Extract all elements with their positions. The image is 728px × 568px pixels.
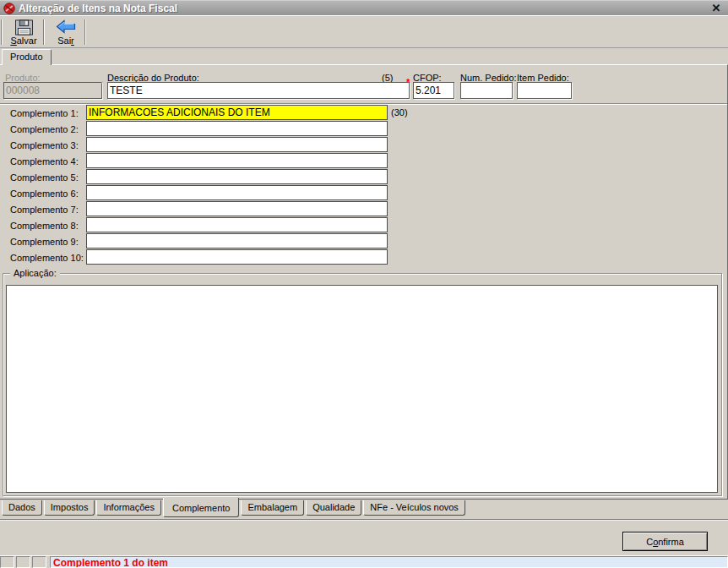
aplicacao-label: Aplicação: bbox=[10, 268, 60, 278]
exit-arrow-icon bbox=[56, 19, 76, 34]
save-button[interactable]: Salvar bbox=[5, 18, 42, 46]
bottom-tab-impostos[interactable]: Impostos bbox=[44, 500, 95, 516]
complemento-input-8[interactable] bbox=[86, 217, 388, 232]
complemento-input-2[interactable] bbox=[86, 121, 388, 136]
app-icon bbox=[3, 3, 15, 14]
complemento-input-10[interactable] bbox=[86, 249, 388, 265]
exit-button[interactable]: Sair bbox=[47, 18, 84, 46]
exit-label: Sair bbox=[57, 36, 74, 46]
complemento-rows: Complemento 1:Complemento 2:Complemento … bbox=[0, 105, 397, 265]
complemento-input-7[interactable] bbox=[86, 201, 388, 216]
descricao-required-marker: * bbox=[101, 79, 104, 89]
complemento-row: Complemento 6: bbox=[0, 185, 397, 201]
complemento-input-4[interactable] bbox=[86, 153, 388, 168]
complemento-label-4: Complemento 4: bbox=[0, 153, 86, 169]
complemento-input-5[interactable] bbox=[86, 169, 388, 184]
complemento-label-6: Complemento 6: bbox=[0, 185, 86, 201]
close-icon[interactable]: ✕ bbox=[709, 2, 723, 14]
complemento-label-8: Complemento 8: bbox=[0, 217, 86, 233]
page-produto: Produto: * Descrição do Produto: (5) * C… bbox=[0, 64, 728, 499]
bottom-tab-qualidade[interactable]: Qualidade bbox=[306, 500, 361, 516]
num-pedido-input[interactable] bbox=[460, 82, 513, 99]
cfop-input[interactable] bbox=[413, 82, 454, 99]
bottom-tab-dados[interactable]: Dados bbox=[2, 500, 42, 516]
complemento-input-1[interactable] bbox=[86, 105, 388, 120]
complemento-row: Complemento 3: bbox=[0, 137, 397, 153]
tab-produto[interactable]: Produto bbox=[2, 49, 52, 65]
complemento-row: Complemento 5: bbox=[0, 169, 397, 185]
cfop-required-marker: * bbox=[406, 77, 410, 87]
statusbar-cell bbox=[0, 556, 14, 568]
statusbar-cell bbox=[32, 556, 46, 568]
window-title: Alteração de Itens na Nota Fiscal bbox=[19, 3, 177, 14]
complemento-row: Complemento 9: bbox=[0, 233, 397, 249]
complemento-row: Complemento 8: bbox=[0, 217, 397, 233]
complemento-label-9: Complemento 9: bbox=[0, 233, 86, 249]
floppy-disk-icon bbox=[14, 19, 34, 36]
statusbar-message: Complemento 1 do item bbox=[50, 556, 728, 568]
complemento-label-2: Complemento 2: bbox=[0, 121, 86, 137]
bottom-tabbar: DadosImpostosInformaçõesComplementoEmbal… bbox=[2, 499, 467, 519]
bottom-tab-informa-es[interactable]: Informações bbox=[96, 500, 161, 516]
aplicacao-textarea[interactable] bbox=[6, 285, 718, 493]
complemento-row: Complemento 7: bbox=[0, 201, 397, 217]
complemento-row: Complemento 2: bbox=[0, 121, 397, 137]
bottom-tab-embalagem[interactable]: Embalagem bbox=[241, 500, 304, 516]
complemento-label-7: Complemento 7: bbox=[0, 201, 86, 217]
complemento-row: Complemento 4: bbox=[0, 153, 397, 169]
save-label: Salvar bbox=[10, 36, 36, 46]
statusbar-cell bbox=[16, 556, 30, 568]
complemento-label-10: Complemento 10: bbox=[0, 249, 86, 265]
confirm-button[interactable]: Confirma bbox=[622, 532, 708, 551]
dialog-window: Alteração de Itens na Nota Fiscal ✕ Salv… bbox=[0, 0, 728, 568]
toolbar-separator bbox=[84, 19, 86, 45]
aplicacao-groupbox: Aplicação: bbox=[3, 273, 722, 496]
bottom-tab-nfe-ve-culos-novos[interactable]: NFe - Veículos novos bbox=[363, 500, 465, 516]
complemento-row: Complemento 1: bbox=[0, 105, 397, 121]
complemento-row: Complemento 10: bbox=[0, 249, 397, 265]
complemento-label-1: Complemento 1: bbox=[0, 105, 86, 121]
toolbar: Salvar Sair bbox=[0, 15, 728, 48]
statusbar: Complemento 1 do item bbox=[0, 555, 728, 568]
titlebar: Alteração de Itens na Nota Fiscal ✕ bbox=[0, 0, 728, 15]
complemento-label-5: Complemento 5: bbox=[0, 169, 86, 185]
complemento-input-9[interactable] bbox=[86, 233, 388, 248]
complemento-input-6[interactable] bbox=[86, 185, 388, 200]
produto-input bbox=[3, 82, 102, 99]
complemento-input-3[interactable] bbox=[86, 137, 388, 152]
button-strip: Confirma bbox=[0, 520, 728, 554]
toolbar-separator bbox=[43, 19, 45, 45]
descricao-input[interactable] bbox=[107, 82, 410, 99]
bottom-tab-complemento[interactable]: Complemento bbox=[163, 498, 239, 517]
complemento-label-3: Complemento 3: bbox=[0, 137, 86, 153]
item-pedido-input[interactable] bbox=[517, 82, 572, 99]
complemento-counter: (30) bbox=[391, 107, 408, 117]
produto-tab-label: Produto bbox=[10, 52, 43, 62]
toolbar-separator bbox=[1, 19, 3, 45]
top-tabstrip: Produto bbox=[0, 48, 728, 64]
